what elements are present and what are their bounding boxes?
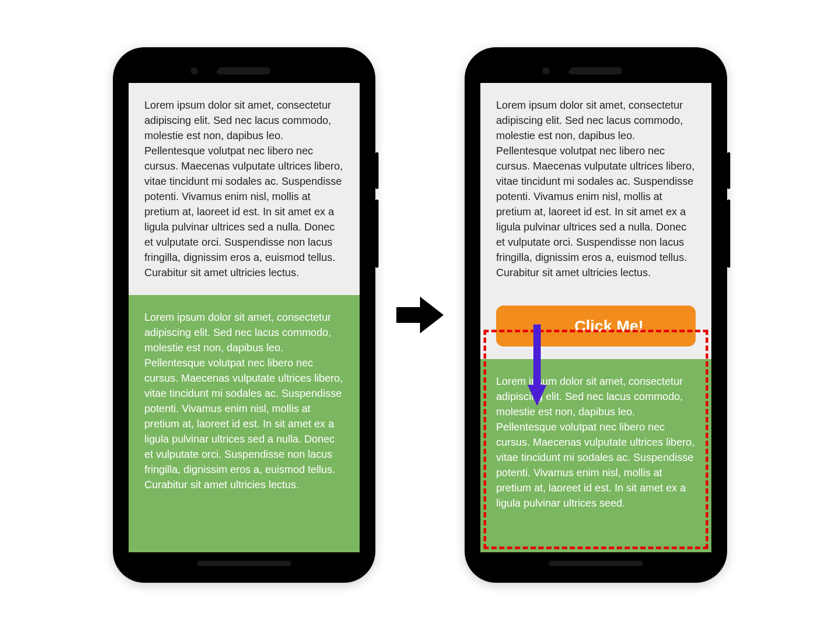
inserted-button-area: Click Me! xyxy=(480,295,711,359)
diagram-container: Lorem ipsum dolor sit amet, consectetur … xyxy=(0,0,840,630)
side-button-icon xyxy=(375,152,379,189)
screen-after: Lorem ipsum dolor sit amet, consectetur … xyxy=(480,83,711,552)
paragraph-bottom: Lorem ipsum dolor sit amet, consectetur … xyxy=(480,359,711,552)
sensor-icon xyxy=(542,67,550,75)
paragraph-bottom: Lorem ipsum dolor sit amet, consectetur … xyxy=(129,295,360,552)
speaker-icon xyxy=(570,67,622,75)
phone-speaker xyxy=(218,67,270,75)
click-me-button[interactable]: Click Me! xyxy=(496,306,696,346)
transition-arrow-icon xyxy=(396,294,444,336)
paragraph-top: Lorem ipsum dolor sit amet, consectetur … xyxy=(480,83,711,295)
side-button-icon xyxy=(375,200,379,268)
home-indicator-icon xyxy=(549,561,643,566)
screen-before: Lorem ipsum dolor sit amet, consectetur … xyxy=(129,83,360,552)
home-indicator-icon xyxy=(197,561,291,566)
phone-bezel: Lorem ipsum dolor sit amet, consectetur … xyxy=(122,57,366,573)
phone-before: Lorem ipsum dolor sit amet, consectetur … xyxy=(113,47,375,583)
phone-bezel: Lorem ipsum dolor sit amet, consectetur … xyxy=(474,57,718,573)
phone-speaker xyxy=(570,67,622,75)
side-button-icon xyxy=(727,152,730,189)
speaker-icon xyxy=(218,67,270,75)
side-button-icon xyxy=(727,200,730,268)
sensor-icon xyxy=(191,67,198,75)
phone-after: Lorem ipsum dolor sit amet, consectetur … xyxy=(465,47,727,583)
paragraph-top: Lorem ipsum dolor sit amet, consectetur … xyxy=(129,83,360,295)
svg-marker-0 xyxy=(396,297,444,333)
